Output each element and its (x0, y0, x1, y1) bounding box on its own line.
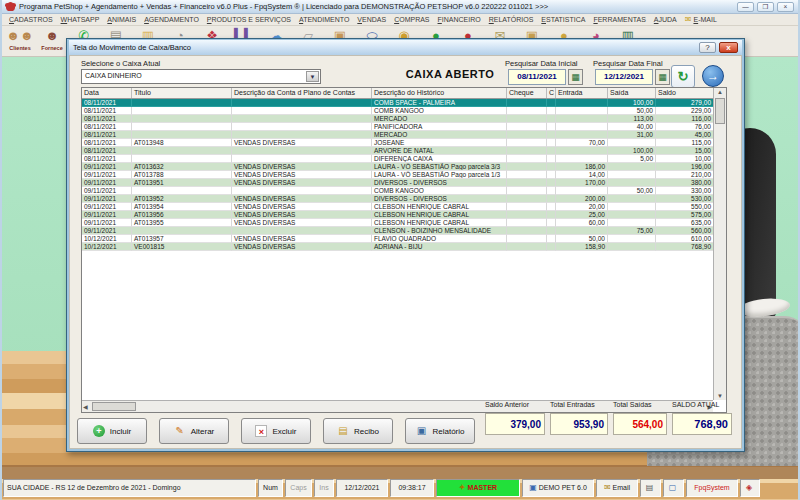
table-row[interactable]: 08/11/2021PANIFICADORA40,0076,00 (82, 123, 713, 131)
status-panel-icon[interactable]: ▢ (663, 479, 684, 497)
table-cell (608, 139, 656, 147)
date-end-input[interactable]: 12/12/2021 (595, 69, 653, 85)
menu-item-financeiro[interactable]: FINANCEIRO (434, 16, 485, 23)
fornecedores-button[interactable]: ☻Fornece (36, 27, 68, 56)
menu-item-produtos-e-servi-os[interactable]: PRODUTOS E SERVIÇOS (203, 16, 295, 23)
menu-item-compras[interactable]: COMPRAS (390, 16, 433, 23)
table-row[interactable]: 08/11/2021AT013948VENDAS DIVERSASJOSEANE… (82, 139, 713, 147)
status-icon: ✉ (604, 483, 611, 492)
window-titlebar: Programa PetShop + Agendamento + Vendas … (2, 0, 798, 14)
column-header-0: Data (82, 88, 132, 98)
dialog-help-button[interactable]: ? (699, 42, 716, 53)
dialog-body: Selecione o Caixa Atual CAIXA DINHEIRO ▼… (69, 55, 742, 449)
table-cell: VENDAS DIVERSAS (232, 203, 372, 211)
calendar-icon[interactable]: ▦ (655, 69, 670, 85)
totals-panel: Saldo Anterior379,00Total Entradas953,90… (485, 401, 732, 435)
calendar-icon[interactable]: ▦ (568, 69, 583, 85)
close-button[interactable]: × (777, 2, 794, 12)
total-value: 768,90 (672, 413, 732, 435)
total-label: Total Entradas (550, 401, 608, 413)
table-row[interactable]: 09/11/2021COMB KANGOO50,00330,00 (82, 187, 713, 195)
table-row[interactable]: 09/11/2021AT013954VENDAS DIVERSASCLEBSON… (82, 203, 713, 211)
table-cell: 158,90 (556, 243, 608, 251)
table-cell (547, 139, 556, 147)
table-row[interactable]: 08/11/2021MERCADO113,00116,00 (82, 115, 713, 123)
table-row[interactable]: 09/11/2021AT013951VENDAS DIVERSASDIVERSO… (82, 179, 713, 187)
menu-item-estatistica[interactable]: ESTATISTICA (537, 16, 589, 23)
chevron-down-icon[interactable]: ▼ (306, 71, 319, 82)
table-row[interactable]: 09/11/2021AT013956VENDAS DIVERSASCLEBSON… (82, 211, 713, 219)
table-row[interactable]: 08/11/2021ARVORE DE NATAL100,0015,00 (82, 147, 713, 155)
table-cell: 196,00 (656, 163, 713, 171)
menu-item-cadastros[interactable]: CADASTROS (5, 16, 57, 23)
alterar-button[interactable]: Alterar (159, 418, 229, 444)
table-row[interactable]: 09/11/2021AT013952VENDAS DIVERSASDIVERSO… (82, 195, 713, 203)
table-row[interactable]: 10/12/2021AT013957VENDAS DIVERSASFLAVIO … (82, 235, 713, 243)
menu-item-animais[interactable]: ANIMAIS (103, 16, 140, 23)
hscroll-thumb[interactable] (92, 402, 136, 411)
date-start-input[interactable]: 08/11/2021 (508, 69, 566, 85)
scroll-up-icon[interactable]: ▲ (714, 89, 726, 95)
status-panel-icon[interactable]: ◈ (740, 479, 760, 497)
table-cell: 50,00 (608, 187, 656, 195)
status-panel-num: Num (258, 479, 283, 497)
menu-item-e-mail[interactable]: ✉E-MAIL (681, 15, 721, 24)
search-go-button[interactable]: → (702, 65, 724, 87)
table-cell (132, 155, 232, 163)
date-start-label: Pesquisar Data Inicial (505, 59, 578, 68)
minimize-button[interactable]: — (737, 2, 754, 12)
table-row[interactable]: 08/11/2021MERCADO31,0045,00 (82, 131, 713, 139)
excluir-button[interactable]: Excluir (241, 418, 311, 444)
relatrio-button[interactable]: Relatório (405, 418, 475, 444)
table-row[interactable]: 10/12/2021VE001815VENDAS DIVERSASADRIANA… (82, 243, 713, 251)
table-row[interactable]: 09/11/2021AT013788VENDAS DIVERSASLAURA -… (82, 171, 713, 179)
table-cell: DIFERENÇA CAIXA (372, 155, 507, 163)
scroll-left-icon[interactable]: ◀ (83, 403, 88, 410)
table-cell (132, 107, 232, 115)
column-header-4: Cheque (507, 88, 547, 98)
table-cell (556, 187, 608, 195)
menu-item-vendas[interactable]: VENDAS (353, 16, 390, 23)
menu-item-atendimento[interactable]: ATENDIMENTO (295, 16, 353, 23)
table-cell: VENDAS DIVERSAS (232, 171, 372, 179)
button-label: Excluir (272, 427, 296, 436)
incluir-button[interactable]: Incluir (77, 418, 147, 444)
refresh-button[interactable]: ↻ (671, 65, 695, 88)
menu-item-ajuda[interactable]: AJUDA (650, 16, 681, 23)
table-cell: AT013948 (132, 139, 232, 147)
recibo-button[interactable]: Recibo (323, 418, 393, 444)
table-cell: 09/11/2021 (82, 211, 132, 219)
table-cell: 113,00 (608, 115, 656, 123)
table-cell: CLEBSON HENRIQUE CABRAL (372, 211, 507, 219)
table-cell: VENDAS DIVERSAS (232, 163, 372, 171)
caixa-select-dropdown[interactable]: CAIXA DINHEIRO ▼ (81, 69, 321, 84)
table-row[interactable]: 09/11/2021CLENSON - BOIZINHO MENSALIDADE… (82, 227, 713, 235)
maximize-button[interactable]: ❐ (757, 2, 774, 12)
menu-item-whatsapp[interactable]: WHATSAPP (57, 16, 104, 23)
vscroll-thumb[interactable] (715, 98, 725, 124)
vertical-scrollbar[interactable]: ▲ ▼ (713, 88, 726, 400)
table-row[interactable]: 08/11/2021COMB KANGOO50,00229,00 (82, 107, 713, 115)
menu-bar: CADASTROSWHATSAPPANIMAISAGENDAMENTOPRODU… (2, 14, 798, 26)
table-cell (507, 243, 547, 251)
table-cell (507, 139, 547, 147)
menu-item-relat-rios[interactable]: RELATÓRIOS (485, 16, 538, 23)
menu-item-ferramentas[interactable]: FERRAMENTAS (589, 16, 649, 23)
status-panel-icon[interactable]: ▤ (640, 479, 661, 497)
table-row[interactable]: 09/11/2021AT013632VENDAS DIVERSASLAURA -… (82, 163, 713, 171)
table-cell: VENDAS DIVERSAS (232, 139, 372, 147)
table-cell: VE001815 (132, 243, 232, 251)
table-cell: LAURA - VÔ SEBASTIÃO Pago parcela 1/3 (372, 171, 507, 179)
table-cell: DIVERSOS - DIVERSOS (372, 179, 507, 187)
table-row[interactable]: 08/11/2021COMB SPACE - PALMEIRA100,00279… (82, 99, 713, 107)
clientes-button[interactable]: ☻☻Clientes (4, 27, 36, 56)
table-cell: 50,00 (556, 235, 608, 243)
table-row[interactable]: 09/11/2021AT013955VENDAS DIVERSASCLEBSON… (82, 219, 713, 227)
menu-item-agendamento[interactable]: AGENDAMENTO (140, 16, 203, 23)
table-cell (132, 115, 232, 123)
column-header-2: Descrição da Conta d Plano de Contas (232, 88, 372, 98)
scroll-down-icon[interactable]: ▼ (714, 393, 726, 399)
table-row[interactable]: 08/11/2021DIFERENÇA CAIXA5,0010,00 (82, 155, 713, 163)
dialog-close-button[interactable]: x (719, 42, 738, 53)
table-cell: 40,00 (608, 123, 656, 131)
